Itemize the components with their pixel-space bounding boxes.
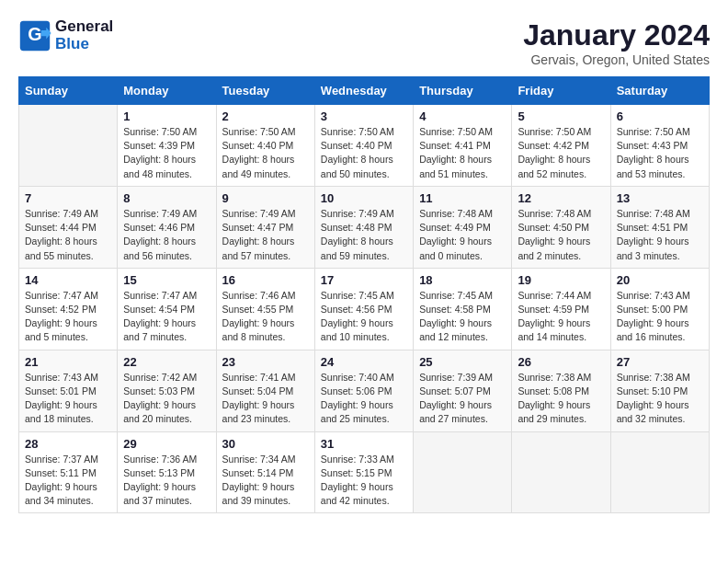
day-number: 28 [25, 437, 111, 451]
day-number: 2 [222, 109, 309, 123]
day-info: Sunrise: 7:47 AMSunset: 4:52 PMDaylight:… [25, 289, 111, 345]
calendar-cell: 31Sunrise: 7:33 AMSunset: 5:15 PMDayligh… [314, 431, 413, 513]
day-info: Sunrise: 7:46 AMSunset: 4:55 PMDaylight:… [222, 289, 309, 345]
day-info: Sunrise: 7:36 AMSunset: 5:13 PMDaylight:… [123, 453, 210, 509]
calendar-week-row: 1Sunrise: 7:50 AMSunset: 4:39 PMDaylight… [19, 105, 710, 187]
day-number: 9 [222, 191, 309, 205]
calendar-week-row: 14Sunrise: 7:47 AMSunset: 4:52 PMDayligh… [19, 268, 710, 350]
svg-text:G: G [28, 24, 41, 44]
calendar-cell [19, 105, 118, 187]
day-number: 25 [419, 355, 506, 369]
day-info: Sunrise: 7:49 AMSunset: 4:47 PMDaylight:… [222, 207, 309, 263]
day-info: Sunrise: 7:40 AMSunset: 5:06 PMDaylight:… [321, 371, 407, 427]
calendar-cell: 25Sunrise: 7:39 AMSunset: 5:07 PMDayligh… [414, 350, 512, 431]
header-tuesday: Tuesday [216, 77, 314, 105]
day-number: 30 [222, 437, 309, 451]
calendar-week-row: 7Sunrise: 7:49 AMSunset: 4:44 PMDaylight… [19, 186, 710, 268]
day-number: 24 [321, 355, 407, 369]
day-number: 19 [518, 273, 604, 287]
calendar-cell: 11Sunrise: 7:48 AMSunset: 4:49 PMDayligh… [414, 186, 512, 268]
calendar-cell: 5Sunrise: 7:50 AMSunset: 4:42 PMDaylight… [512, 105, 610, 187]
day-info: Sunrise: 7:50 AMSunset: 4:43 PMDaylight:… [617, 125, 703, 181]
calendar-cell: 23Sunrise: 7:41 AMSunset: 5:04 PMDayligh… [216, 350, 314, 431]
day-number: 20 [617, 273, 703, 287]
logo-text: General Blue [55, 18, 113, 52]
day-info: Sunrise: 7:50 AMSunset: 4:40 PMDaylight:… [321, 125, 407, 181]
calendar-cell: 3Sunrise: 7:50 AMSunset: 4:40 PMDaylight… [314, 105, 413, 187]
day-info: Sunrise: 7:50 AMSunset: 4:39 PMDaylight:… [123, 125, 210, 181]
day-info: Sunrise: 7:38 AMSunset: 5:10 PMDaylight:… [617, 371, 703, 427]
calendar-week-row: 21Sunrise: 7:43 AMSunset: 5:01 PMDayligh… [19, 350, 710, 431]
logo-icon: G [18, 19, 51, 52]
title-area: January 2024 Gervais, Oregon, United Sta… [523, 18, 710, 67]
day-number: 16 [222, 273, 309, 287]
calendar-cell: 26Sunrise: 7:38 AMSunset: 5:08 PMDayligh… [512, 350, 610, 431]
day-info: Sunrise: 7:48 AMSunset: 4:50 PMDaylight:… [518, 207, 604, 263]
day-number: 26 [518, 355, 604, 369]
calendar-cell: 18Sunrise: 7:45 AMSunset: 4:58 PMDayligh… [414, 268, 512, 350]
day-number: 10 [321, 191, 407, 205]
day-number: 12 [518, 191, 604, 205]
day-number: 22 [123, 355, 210, 369]
day-number: 7 [25, 191, 111, 205]
header-saturday: Saturday [610, 77, 709, 105]
calendar-cell: 29Sunrise: 7:36 AMSunset: 5:13 PMDayligh… [118, 431, 216, 513]
day-info: Sunrise: 7:38 AMSunset: 5:08 PMDaylight:… [518, 371, 604, 427]
day-info: Sunrise: 7:50 AMSunset: 4:41 PMDaylight:… [419, 125, 506, 181]
calendar-cell: 28Sunrise: 7:37 AMSunset: 5:11 PMDayligh… [19, 431, 118, 513]
calendar-header-row: SundayMondayTuesdayWednesdayThursdayFrid… [19, 77, 710, 105]
calendar-cell: 21Sunrise: 7:43 AMSunset: 5:01 PMDayligh… [19, 350, 118, 431]
calendar-cell [512, 431, 610, 513]
day-info: Sunrise: 7:47 AMSunset: 4:54 PMDaylight:… [123, 289, 210, 345]
calendar-cell: 30Sunrise: 7:34 AMSunset: 5:14 PMDayligh… [216, 431, 314, 513]
header-monday: Monday [118, 77, 216, 105]
day-info: Sunrise: 7:49 AMSunset: 4:46 PMDaylight:… [123, 207, 210, 263]
day-number: 1 [123, 109, 210, 123]
day-info: Sunrise: 7:50 AMSunset: 4:40 PMDaylight:… [222, 125, 309, 181]
day-info: Sunrise: 7:49 AMSunset: 4:44 PMDaylight:… [25, 207, 111, 263]
day-number: 13 [617, 191, 703, 205]
header: G General Blue January 2024 Gervais, Ore… [18, 18, 710, 67]
calendar-cell: 6Sunrise: 7:50 AMSunset: 4:43 PMDaylight… [610, 105, 709, 187]
day-number: 15 [123, 273, 210, 287]
day-number: 4 [419, 109, 506, 123]
day-info: Sunrise: 7:45 AMSunset: 4:56 PMDaylight:… [321, 289, 407, 345]
day-number: 11 [419, 191, 506, 205]
calendar-cell: 13Sunrise: 7:48 AMSunset: 4:51 PMDayligh… [610, 186, 709, 268]
header-wednesday: Wednesday [314, 77, 413, 105]
day-number: 17 [321, 273, 407, 287]
day-info: Sunrise: 7:37 AMSunset: 5:11 PMDaylight:… [25, 453, 111, 509]
day-number: 31 [321, 437, 407, 451]
logo-blue: Blue [55, 35, 89, 52]
calendar-cell: 4Sunrise: 7:50 AMSunset: 4:41 PMDaylight… [414, 105, 512, 187]
calendar-cell: 19Sunrise: 7:44 AMSunset: 4:59 PMDayligh… [512, 268, 610, 350]
day-number: 8 [123, 191, 210, 205]
calendar-cell [610, 431, 709, 513]
logo-general: General [55, 17, 113, 35]
calendar-cell: 7Sunrise: 7:49 AMSunset: 4:44 PMDaylight… [19, 186, 118, 268]
calendar-cell: 24Sunrise: 7:40 AMSunset: 5:06 PMDayligh… [314, 350, 413, 431]
day-number: 18 [419, 273, 506, 287]
day-info: Sunrise: 7:34 AMSunset: 5:14 PMDaylight:… [222, 453, 309, 509]
main-title: January 2024 [523, 18, 710, 52]
calendar-cell: 8Sunrise: 7:49 AMSunset: 4:46 PMDaylight… [118, 186, 216, 268]
day-info: Sunrise: 7:41 AMSunset: 5:04 PMDaylight:… [222, 371, 309, 427]
calendar-cell: 17Sunrise: 7:45 AMSunset: 4:56 PMDayligh… [314, 268, 413, 350]
calendar-cell: 2Sunrise: 7:50 AMSunset: 4:40 PMDaylight… [216, 105, 314, 187]
day-number: 27 [617, 355, 703, 369]
day-info: Sunrise: 7:50 AMSunset: 4:42 PMDaylight:… [518, 125, 604, 181]
subtitle: Gervais, Oregon, United States [523, 52, 710, 67]
day-info: Sunrise: 7:45 AMSunset: 4:58 PMDaylight:… [419, 289, 506, 345]
day-info: Sunrise: 7:43 AMSunset: 5:01 PMDaylight:… [25, 371, 111, 427]
day-info: Sunrise: 7:39 AMSunset: 5:07 PMDaylight:… [419, 371, 506, 427]
day-number: 14 [25, 273, 111, 287]
header-sunday: Sunday [19, 77, 118, 105]
day-info: Sunrise: 7:49 AMSunset: 4:48 PMDaylight:… [321, 207, 407, 263]
day-info: Sunrise: 7:48 AMSunset: 4:49 PMDaylight:… [419, 207, 506, 263]
day-number: 29 [123, 437, 210, 451]
calendar-cell: 22Sunrise: 7:42 AMSunset: 5:03 PMDayligh… [118, 350, 216, 431]
day-info: Sunrise: 7:43 AMSunset: 5:00 PMDaylight:… [617, 289, 703, 345]
header-friday: Friday [512, 77, 610, 105]
calendar-cell [414, 431, 512, 513]
day-info: Sunrise: 7:42 AMSunset: 5:03 PMDaylight:… [123, 371, 210, 427]
